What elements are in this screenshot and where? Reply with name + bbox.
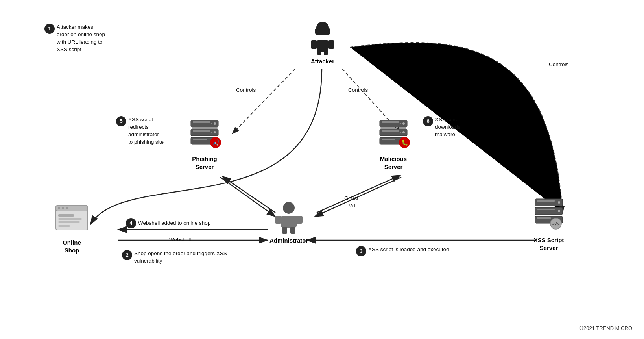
- xss-server-icon: </>: [533, 197, 565, 232]
- svg-rect-22: [193, 121, 210, 123]
- step3-annotation: 3 XSS script is loaded and executed: [356, 246, 474, 256]
- attacker-label: Attacker: [311, 57, 334, 65]
- xss-server-label: XSS Script Server: [534, 236, 564, 252]
- svg-point-52: [283, 202, 295, 214]
- controls2-label: Controls: [348, 87, 368, 94]
- ghost-rat-text: Gh0st RAT: [344, 195, 358, 209]
- svg-point-28: [211, 132, 212, 133]
- step4-annotation: 4 Webshell added to online shop: [126, 218, 210, 228]
- controls1-text: Controls: [236, 87, 256, 93]
- step1-text: Attacker makes order on online shop with…: [57, 24, 105, 54]
- step4-circle: 4: [126, 218, 136, 228]
- step4-text: Webshell added to online shop: [138, 220, 210, 227]
- svg-rect-49: [58, 218, 82, 220]
- svg-rect-17: [311, 40, 317, 49]
- webshell-text: Webshell: [169, 237, 191, 243]
- malicious-node: 🐛 Malicious Server: [378, 118, 409, 170]
- svg-rect-48: [58, 214, 74, 217]
- svg-rect-57: [290, 227, 295, 234]
- phishing-node: 🎣 Phishing Server: [189, 118, 220, 170]
- svg-point-38: [402, 131, 405, 133]
- copyright-text: ©2021 TREND MICRO: [579, 325, 632, 331]
- attacker-node: Attacker: [307, 20, 338, 65]
- svg-point-46: [62, 207, 64, 209]
- step6-text: XSS script downloads malware: [435, 116, 461, 139]
- svg-point-47: [66, 207, 68, 209]
- phishing-badge: 🎣: [210, 137, 221, 148]
- svg-line-9: [222, 176, 275, 213]
- step3-circle: 3: [356, 246, 366, 256]
- svg-rect-19: [317, 51, 321, 55]
- svg-rect-53: [281, 216, 297, 228]
- svg-point-24: [211, 123, 212, 124]
- svg-rect-51: [58, 225, 70, 227]
- phishing-server-wrapper: 🎣: [189, 118, 220, 151]
- svg-point-60: [558, 201, 560, 204]
- svg-rect-20: [324, 51, 328, 55]
- svg-rect-37: [382, 130, 399, 132]
- step3-text: XSS script is loaded and executed: [368, 246, 449, 254]
- svg-rect-16: [317, 40, 328, 52]
- malicious-label: Malicious Server: [380, 155, 407, 170]
- admin-label: Administrator: [269, 237, 308, 245]
- online-shop-label: Online Shop: [63, 239, 81, 254]
- step1-annotation: 1 Attacker makes order on online shop wi…: [37, 24, 112, 54]
- step2-circle: 2: [122, 250, 132, 260]
- svg-rect-26: [193, 130, 210, 132]
- ghost-rat-label: Gh0st RAT: [344, 195, 358, 210]
- svg-point-27: [214, 131, 216, 133]
- admin-node: Administrator: [269, 201, 308, 245]
- svg-line-8: [220, 177, 275, 217]
- svg-point-23: [214, 122, 216, 125]
- svg-point-35: [400, 123, 401, 124]
- step6-annotation: 6 XSS script downloads malware: [423, 116, 490, 139]
- svg-line-11: [317, 175, 400, 213]
- step5-text: XSS script redirects administrator to ph…: [128, 116, 164, 146]
- svg-rect-18: [328, 40, 334, 49]
- controls2-text: Controls: [348, 87, 368, 93]
- controls3-label: Controls: [549, 61, 568, 69]
- svg-rect-30: [193, 139, 207, 140]
- svg-point-39: [400, 132, 401, 133]
- malicious-server-wrapper: 🐛: [378, 118, 409, 151]
- svg-rect-59: [537, 200, 555, 202]
- svg-rect-33: [382, 121, 399, 123]
- step2-annotation: 2 Shop opens the order and triggers XSS …: [122, 250, 240, 265]
- svg-rect-56: [282, 227, 287, 234]
- malicious-badge: 🐛: [399, 137, 410, 148]
- webshell-label: Webshell: [169, 236, 191, 244]
- copyright: ©2021 TREND MICRO: [579, 325, 632, 331]
- phishing-label: Phishing Server: [192, 155, 217, 170]
- xss-server-wrapper: </>: [533, 197, 565, 234]
- diagram-container: Attacker 1 Attacker makes order on onlin…: [0, 0, 644, 339]
- svg-rect-65: [537, 217, 551, 219]
- step2-text: Shop opens the order and triggers XSS vu…: [134, 250, 240, 265]
- step6-circle: 6: [423, 116, 433, 126]
- svg-rect-50: [58, 221, 80, 223]
- svg-text:</>: </>: [552, 222, 560, 227]
- svg-rect-62: [537, 209, 555, 210]
- svg-point-34: [402, 122, 405, 125]
- online-shop-node: Online Shop: [55, 205, 89, 254]
- controls1-label: Controls: [236, 87, 256, 94]
- attacker-icon: [307, 20, 338, 55]
- admin-icon: [275, 201, 303, 234]
- svg-rect-54: [275, 216, 282, 224]
- step1-circle: 1: [44, 24, 55, 34]
- svg-rect-55: [296, 216, 303, 224]
- svg-line-3: [232, 69, 295, 134]
- svg-rect-41: [382, 139, 395, 140]
- step5-circle: 5: [116, 116, 126, 126]
- xss-server-node: </> XSS Script Server: [533, 197, 565, 252]
- online-shop-icon: [55, 205, 89, 236]
- svg-point-45: [58, 207, 60, 209]
- controls3-text: Controls: [549, 61, 568, 67]
- svg-point-63: [558, 210, 560, 212]
- svg-rect-44: [56, 206, 88, 211]
- step5-annotation: 5 XSS script redirects administrator to …: [116, 116, 185, 146]
